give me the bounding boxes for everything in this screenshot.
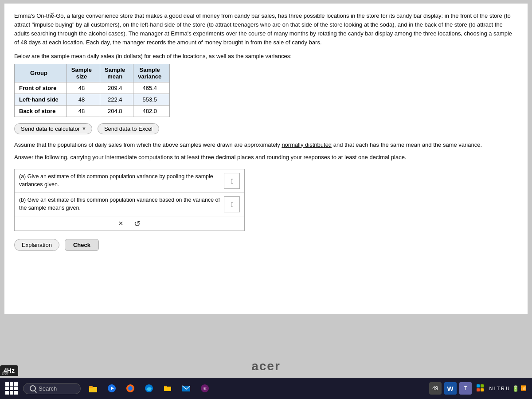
close-button[interactable]: ×	[118, 219, 123, 229]
svg-rect-12	[477, 384, 480, 387]
variance-back: 482.0	[133, 105, 170, 117]
answer-row-a: (a) Give an estimate of this common popu…	[15, 169, 244, 193]
send-to-excel-button[interactable]: Send data to Excel	[98, 123, 159, 134]
svg-rect-1	[89, 386, 93, 388]
notification-badge[interactable]: 49	[429, 382, 442, 395]
teams-icon[interactable]: T	[459, 382, 472, 395]
normally-distributed-link[interactable]: normally distributed	[282, 141, 332, 148]
col-sample-variance: Samplevariance	[133, 64, 170, 82]
grid-app-icon[interactable]	[474, 382, 487, 395]
mean-back: 204.8	[100, 105, 133, 117]
taskbar: Search	[0, 378, 532, 399]
main-content: ⌄ Emma's On-the-Go, a large convenience …	[4, 4, 528, 314]
search-icon	[30, 385, 36, 391]
variance-left: 553.5	[133, 94, 170, 105]
question-b-label: (b) Give an estimate of this common popu…	[19, 196, 220, 212]
assumption-text: Assume that the populations of daily sal…	[14, 141, 518, 149]
search-label: Search	[39, 385, 57, 392]
svg-rect-13	[481, 384, 484, 387]
files-icon[interactable]	[160, 380, 176, 396]
col-group: Group	[15, 64, 67, 82]
system-tray: 49 W T N I T R U 🔋 📶	[429, 382, 528, 395]
svg-rect-15	[481, 388, 484, 391]
status-icons: 🔋 📶	[512, 385, 527, 392]
question-a-label: (a) Give an estimate of this common popu…	[19, 173, 220, 188]
firefox-icon[interactable]	[122, 380, 138, 396]
answer-input-b[interactable]: ▯	[224, 196, 240, 212]
acer-logo: acer	[251, 359, 281, 373]
action-row: × ↺	[15, 216, 244, 231]
answer-instruction: Answer the following, carrying your inte…	[14, 153, 518, 162]
size-front: 48	[66, 82, 100, 94]
snowflake-icon[interactable]: ❄	[197, 380, 213, 396]
snow-label: ow	[0, 370, 10, 377]
battery-icon: 🔋	[512, 385, 519, 392]
table-row: Front of store 48 209.4 465.4	[15, 82, 170, 94]
mail-icon[interactable]	[178, 380, 194, 396]
data-table: Group Samplesize Samplemean Samplevarian…	[14, 64, 170, 117]
svg-text:❄: ❄	[203, 386, 207, 391]
check-label: Check	[73, 242, 90, 248]
size-left: 48	[66, 94, 100, 105]
below-label: Below are the sample mean daily sales (i…	[14, 53, 518, 59]
col-sample-mean: Samplemean	[100, 64, 133, 82]
group-back: Back of store	[15, 105, 67, 117]
wifi-icon: 📶	[520, 385, 527, 392]
intro-paragraph: Emma's On-the-Go, a large convenience st…	[14, 12, 518, 47]
mean-front: 209.4	[100, 82, 133, 94]
col-sample-size: Samplesize	[66, 64, 100, 82]
system-clock: N I T R U	[489, 385, 509, 391]
group-left: Left-hand side	[15, 94, 67, 105]
svg-point-5	[128, 386, 133, 391]
scroll-indicator: ⌄	[49, 7, 55, 17]
file-explorer-icon[interactable]	[85, 380, 101, 396]
group-front: Front of store	[15, 82, 67, 94]
variance-front: 465.4	[133, 82, 170, 94]
svg-rect-14	[477, 388, 480, 391]
chevron-down-icon: ▼	[82, 126, 86, 131]
mean-left: 222.4	[100, 94, 133, 105]
taskbar-icons: ❄	[85, 380, 213, 396]
check-button[interactable]: Check	[65, 239, 99, 251]
size-back: 48	[66, 105, 100, 117]
taskbar-search[interactable]: Search	[23, 383, 81, 394]
button-row: Send data to calculator ▼ Send data to E…	[14, 123, 518, 134]
bottom-buttons: Explanation Check	[14, 239, 518, 251]
answer-row-b: (b) Give an estimate of this common popu…	[15, 193, 244, 216]
video-icon[interactable]	[104, 380, 120, 396]
explanation-button[interactable]: Explanation	[14, 239, 59, 251]
table-row: Back of store 48 204.8 482.0	[15, 105, 170, 117]
edge-icon[interactable]	[141, 380, 157, 396]
redo-button[interactable]: ↺	[134, 219, 141, 229]
table-row: Left-hand side 48 222.4 553.5	[15, 94, 170, 105]
answer-box: (a) Give an estimate of this common popu…	[14, 169, 245, 231]
explanation-label: Explanation	[22, 242, 52, 248]
send-to-calculator-button[interactable]: Send data to calculator ▼	[14, 123, 92, 134]
answer-input-a[interactable]: ▯	[224, 173, 240, 189]
word-icon[interactable]: W	[444, 382, 457, 395]
svg-rect-8	[164, 387, 171, 391]
start-button[interactable]	[4, 380, 20, 396]
